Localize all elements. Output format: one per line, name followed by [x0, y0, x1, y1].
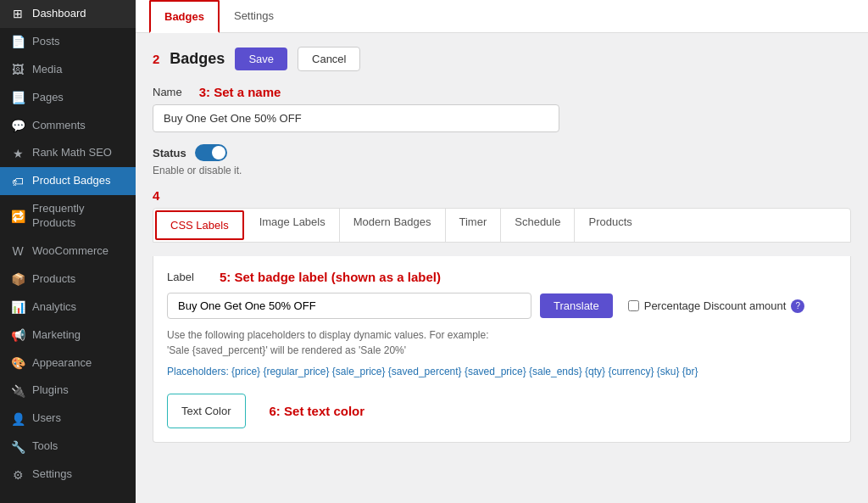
sidebar-item-label: Products: [32, 272, 75, 287]
sidebar-item-woocommerce[interactable]: W WooCommerce: [0, 238, 136, 265]
sidebar-item-media[interactable]: 🖼 Media: [0, 56, 136, 84]
translate-button[interactable]: Translate: [540, 293, 613, 318]
sidebar-item-label: Settings: [32, 467, 72, 482]
sidebar-item-label: Posts: [32, 35, 60, 49]
text-color-label: Text Color: [181, 405, 231, 417]
sidebar-item-label: Marketing: [32, 328, 81, 343]
product-badges-icon: 🏷: [10, 175, 25, 188]
products-icon: 📦: [10, 272, 25, 286]
sidebar-item-label: Rank Math SEO: [32, 146, 112, 160]
sidebar-item-label: Media: [32, 63, 62, 77]
sidebar-item-settings[interactable]: ⚙ Settings: [0, 461, 136, 489]
main-content: Badges Settings 2 Badges Save Cancel Nam…: [136, 0, 868, 503]
save-button[interactable]: Save: [235, 48, 287, 70]
sidebar-item-plugins[interactable]: 🔌 Plugins: [0, 377, 136, 405]
posts-icon: 📄: [10, 35, 25, 48]
sidebar-item-label: WooCommerce: [32, 244, 108, 259]
sidebar-item-pages[interactable]: 📃 Pages: [0, 84, 136, 112]
sidebar-item-label: Product Badges: [32, 174, 111, 188]
status-label: Status: [153, 147, 186, 159]
label-input[interactable]: [167, 293, 531, 319]
step-2-badge: 2: [153, 52, 159, 66]
sub-tab-css-labels[interactable]: CSS Labels: [155, 210, 244, 240]
tab-settings[interactable]: Settings: [220, 0, 288, 33]
appearance-icon: 🎨: [10, 356, 25, 370]
sidebar-item-label: Tools: [32, 439, 58, 454]
step3-annotation: 3: Set a name: [199, 85, 281, 99]
sidebar-item-label: Plugins: [32, 383, 69, 398]
settings-icon: ⚙: [10, 468, 25, 482]
sidebar-item-label: Appearance: [32, 356, 92, 371]
rank-math-icon: ★: [10, 147, 25, 160]
step-4-badge: 4: [153, 188, 159, 203]
frequently-products-icon: 🔁: [10, 210, 25, 223]
sidebar-item-label: Dashboard: [32, 7, 86, 21]
dashboard-icon: ⊞: [10, 7, 25, 20]
tab-badges[interactable]: Badges: [149, 0, 220, 33]
sidebar-item-appearance[interactable]: 🎨 Appearance: [0, 349, 136, 377]
pages-icon: 📃: [10, 91, 25, 104]
top-tabs: Badges Settings: [136, 0, 868, 33]
text-color-box[interactable]: Text Color: [167, 394, 246, 428]
sidebar: ⊞ Dashboard 📄 Posts 🖼 Media 📃 Pages 💬 Co…: [0, 0, 136, 503]
sidebar-item-marketing[interactable]: 📢 Marketing: [0, 321, 136, 349]
woocommerce-icon: W: [10, 244, 25, 258]
sidebar-item-analytics[interactable]: 📊 Analytics: [0, 293, 136, 321]
sidebar-item-label: Frequently Products: [32, 202, 125, 231]
tools-icon: 🔧: [10, 440, 25, 454]
plugins-icon: 🔌: [10, 384, 25, 398]
sub-tab-products[interactable]: Products: [575, 209, 645, 242]
label-section: Label 5: Set badge label (shown as a lab…: [153, 256, 851, 443]
sidebar-item-tools[interactable]: 🔧 Tools: [0, 433, 136, 461]
comments-icon: 💬: [10, 119, 25, 132]
sidebar-item-product-badges[interactable]: 🏷 Product Badges: [0, 167, 136, 195]
name-field-group: Name 3: Set a name: [153, 85, 851, 132]
sidebar-item-label: Analytics: [32, 300, 76, 315]
sub-tab-timer[interactable]: Timer: [446, 209, 502, 242]
percentage-checkbox-area: Percentage Discount amount ?: [628, 299, 805, 313]
sub-tabs: CSS Labels Image Labels Modern Badges Ti…: [153, 208, 851, 243]
marketing-icon: 📢: [10, 328, 25, 342]
analytics-icon: 📊: [10, 300, 25, 314]
sub-tab-schedule[interactable]: Schedule: [501, 209, 575, 242]
help-icon[interactable]: ?: [791, 299, 804, 313]
status-toggle[interactable]: [195, 144, 227, 161]
placeholders: Placeholders: {price} {regular_price} {s…: [167, 363, 837, 382]
step6-annotation: 6: Set text color: [270, 404, 365, 418]
percentage-checkbox[interactable]: [628, 300, 639, 311]
section-title: Badges: [170, 50, 225, 68]
placeholders-values: {price} {regular_price} {sale_price} {sa…: [231, 366, 698, 377]
cancel-button[interactable]: Cancel: [298, 47, 360, 71]
label-field-label: Label: [167, 271, 201, 283]
sidebar-item-label: Users: [32, 411, 61, 426]
label-input-row: Translate Percentage Discount amount ?: [167, 293, 837, 319]
status-row: Status: [153, 144, 851, 161]
sidebar-item-frequently-products[interactable]: 🔁 Frequently Products: [0, 195, 136, 238]
step5-annotation: 5: Set badge label (shown as a label): [220, 270, 441, 284]
name-label: Name: [153, 86, 182, 98]
media-icon: 🖼: [10, 63, 25, 76]
section-header: 2 Badges Save Cancel: [153, 47, 851, 71]
text-color-section: Text Color 6: Set text color: [167, 394, 837, 428]
label-row: Label 5: Set badge label (shown as a lab…: [167, 270, 837, 284]
status-hint: Enable or disable it.: [153, 165, 851, 176]
sidebar-item-posts[interactable]: 📄 Posts: [0, 28, 136, 56]
sub-tab-modern-badges[interactable]: Modern Badges: [340, 209, 446, 242]
sidebar-item-comments[interactable]: 💬 Comments: [0, 112, 136, 140]
sidebar-item-rank-math-seo[interactable]: ★ Rank Math SEO: [0, 139, 136, 167]
users-icon: 👤: [10, 412, 25, 426]
sidebar-item-products[interactable]: 📦 Products: [0, 265, 136, 293]
sidebar-item-users[interactable]: 👤 Users: [0, 405, 136, 433]
sidebar-item-dashboard[interactable]: ⊞ Dashboard: [0, 0, 136, 28]
sub-tab-image-labels[interactable]: Image Labels: [246, 209, 340, 242]
content-area: 2 Badges Save Cancel Name 3: Set a name …: [136, 33, 868, 503]
percentage-label: Percentage Discount amount: [644, 299, 787, 312]
sidebar-item-label: Comments: [32, 119, 86, 133]
placeholders-label-text: Placeholders:: [167, 366, 229, 377]
placeholder-info: Use the following placeholders to displa…: [167, 327, 837, 358]
sidebar-item-label: Pages: [32, 91, 64, 105]
label-input-wrap: [167, 293, 531, 319]
name-input[interactable]: [153, 104, 559, 132]
